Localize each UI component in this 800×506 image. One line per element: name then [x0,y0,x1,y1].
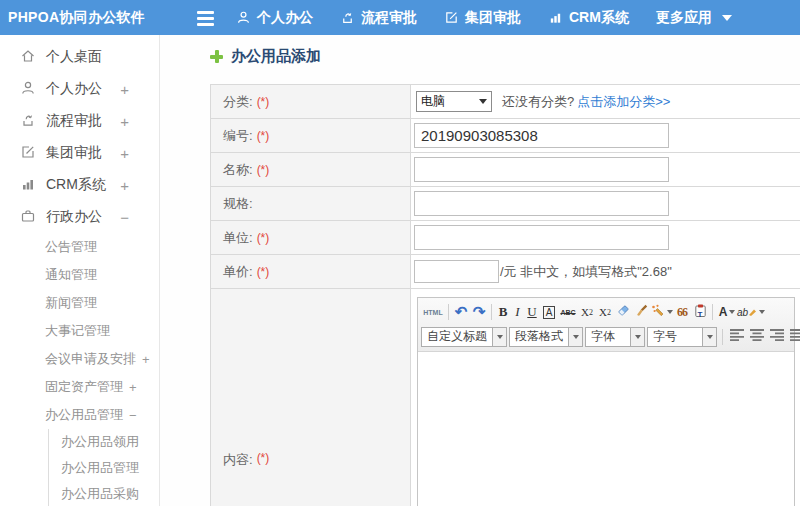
editor-content-area[interactable] [418,352,794,506]
user-icon [20,80,46,99]
highlight-color-button[interactable]: ab [738,302,764,322]
html-source-button[interactable]: HTML [421,302,445,322]
required-mark: (*) [257,265,270,279]
sidebar-item-group-approval[interactable]: 集团审批 + [0,137,159,169]
flow-approval-icon [20,112,46,131]
char-border-button[interactable]: A [540,302,558,322]
expand-plus-icon[interactable]: + [129,380,137,395]
required-mark: (*) [257,95,270,109]
sidebar-item-workflow-approval[interactable]: 流程审批 + [0,105,159,137]
superscript-button[interactable]: X2 [578,302,596,322]
unit-input[interactable] [414,225,669,250]
nav-group-approval[interactable]: 集团审批 [444,9,521,27]
sidebar-sub2-supplies-manage[interactable]: 办公用品管理 [49,455,159,481]
align-right-button[interactable] [768,328,786,346]
paragraph-format-dropdown[interactable]: 段落格式 [509,327,583,347]
required-mark: (*) [257,129,270,143]
hamburger-menu-icon[interactable] [197,11,214,29]
autotypeset-button[interactable] [650,302,673,322]
format-brush-button[interactable] [632,302,650,322]
name-row: 名称: (*) [211,153,800,187]
underline-button[interactable]: U [524,302,540,322]
heading-dropdown[interactable]: 自定义标题 [421,327,507,347]
briefcase-icon [20,208,46,227]
code-input[interactable] [414,123,669,148]
nav-more-apps[interactable]: 更多应用 [656,9,732,27]
sidebar-item-desktop[interactable]: 个人桌面 [0,41,159,73]
sidebar-item-admin-office[interactable]: 行政办公 − [0,201,159,233]
sidebar: 个人桌面 个人办公 + 流程审批 + 集团审批 + CRM系统 + 行政办公 −… [0,35,160,506]
font-size-dropdown[interactable]: 字号 [647,327,717,347]
app-brand: PHPOA协同办公软件 [8,0,145,35]
category-label: 分类: [223,93,253,111]
undo-button[interactable]: ↶ [452,302,470,322]
paste-text-button[interactable]: T [691,302,709,322]
supplies-submenu: 办公用品领用 办公用品管理 办公用品采购 [48,429,159,506]
blockquote-button[interactable]: 66 [673,302,691,322]
sidebar-sub2-supplies-receive[interactable]: 办公用品领用 [49,429,159,455]
spec-label: 规格: [223,195,253,213]
edit-approval-icon [444,10,459,25]
top-nav: 个人办公 流程审批 集团审批 CRM系统 更多应用 [236,0,732,35]
expand-plus-icon[interactable]: + [120,81,129,98]
align-left-button[interactable] [728,328,746,346]
sidebar-sub-news[interactable]: 新闻管理 [0,289,159,317]
sidebar-item-personal-office[interactable]: 个人办公 + [0,73,159,105]
add-supply-form: 分类: (*) 电脑 还没有分类? 点击添加分类>> 编号: (*) [210,84,800,506]
expand-plus-icon[interactable]: + [120,177,129,194]
unit-row: 单位: (*) [211,221,800,255]
caret-down-icon [722,15,732,21]
collapse-minus-icon[interactable]: − [129,408,137,423]
pen-icon [748,306,757,318]
price-input[interactable] [414,260,499,283]
strikethrough-button[interactable]: ABC [558,302,578,322]
caret-down-icon [492,328,506,346]
flow-approval-icon [340,10,355,25]
justify-icon [789,328,800,346]
expand-plus-icon[interactable]: + [120,113,129,130]
subscript-button[interactable]: X2 [596,302,614,322]
required-mark: (*) [257,231,270,245]
sidebar-sub-announcement[interactable]: 公告管理 [0,233,159,261]
expand-plus-icon[interactable]: + [142,352,150,367]
remove-format-button[interactable] [614,302,632,322]
page-title: 办公用品添加 [210,47,321,66]
italic-button[interactable]: I [511,302,524,322]
spec-input[interactable] [414,191,669,216]
sidebar-item-crm[interactable]: CRM系统 + [0,169,159,201]
eraser-icon [616,303,631,322]
caret-down-icon [702,328,716,346]
code-row: 编号: (*) [211,119,800,153]
content-row: 内容: (*) HTML ↶ ↷ B I U [211,289,800,506]
nav-personal-office[interactable]: 个人办公 [236,9,313,27]
sidebar-sub-office-supplies[interactable]: 办公用品管理− [0,401,159,429]
category-select[interactable]: 电脑 [416,91,492,112]
expand-plus-icon[interactable]: + [120,145,129,162]
no-category-hint: 还没有分类? [502,93,574,111]
collapse-minus-icon[interactable]: − [120,209,129,226]
align-center-icon [749,328,765,346]
bar-chart-icon [548,10,563,25]
sidebar-sub2-supplies-purchase[interactable]: 办公用品采购 [49,481,159,506]
price-row: 单价: (*) /元 非中文，如填写格式"2.68" [211,255,800,289]
font-family-dropdown[interactable]: 字体 [585,327,645,347]
top-bar: PHPOA协同办公软件 个人办公 流程审批 集团审批 CRM系统 更多应用 [0,0,800,35]
name-input[interactable] [414,157,669,182]
bold-button[interactable]: B [495,302,511,322]
redo-button[interactable]: ↷ [470,302,488,322]
nav-workflow-approval[interactable]: 流程审批 [340,9,417,27]
edit-approval-icon [20,144,46,163]
add-category-link[interactable]: 点击添加分类>> [577,93,670,111]
caret-down-icon [479,99,487,104]
justify-button[interactable] [788,328,800,346]
nav-crm[interactable]: CRM系统 [548,9,629,27]
sidebar-sub-memorabilia[interactable]: 大事记管理 [0,317,159,345]
sidebar-sub-meeting[interactable]: 会议申请及安排+ [0,345,159,373]
font-color-button[interactable]: A [716,302,738,322]
align-right-icon [769,328,785,346]
spec-row: 规格: [211,187,800,221]
align-center-button[interactable] [748,328,766,346]
align-left-icon [729,328,745,346]
sidebar-sub-notice[interactable]: 通知管理 [0,261,159,289]
sidebar-sub-fixed-assets[interactable]: 固定资产管理+ [0,373,159,401]
